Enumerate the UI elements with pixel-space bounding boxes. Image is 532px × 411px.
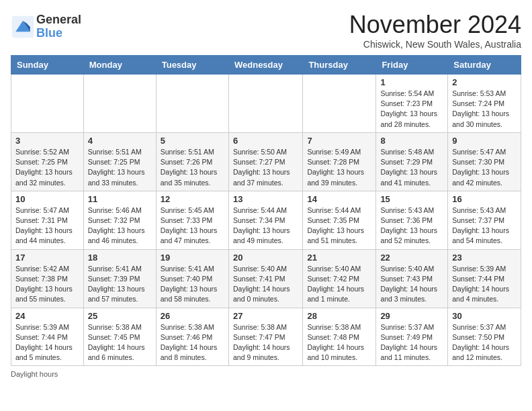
calendar-day-header: Friday [376,56,448,75]
day-number: 10 [15,194,79,204]
calendar-day-cell [83,75,156,133]
day-number: 3 [15,136,79,146]
calendar-day-cell: 5Sunrise: 5:51 AM Sunset: 7:26 PM Daylig… [156,132,228,191]
day-number: 7 [307,136,371,146]
location: Chiswick, New South Wales, Australia [349,39,521,50]
day-info: Sunrise: 5:37 AM Sunset: 7:49 PM Dayligh… [380,322,443,363]
calendar-day-cell: 30Sunrise: 5:37 AM Sunset: 7:50 PM Dayli… [448,308,521,366]
footer-note: Daylight hours [11,370,521,378]
day-number: 28 [307,311,371,321]
calendar-week-row: 1Sunrise: 5:54 AM Sunset: 7:23 PM Daylig… [11,75,521,133]
calendar-week-row: 3Sunrise: 5:52 AM Sunset: 7:25 PM Daylig… [11,132,521,191]
day-number: 29 [380,311,443,321]
day-info: Sunrise: 5:38 AM Sunset: 7:45 PM Dayligh… [88,322,152,363]
page-header: General Blue November 2024 Chiswick, New… [11,11,521,50]
day-number: 17 [15,253,79,263]
calendar-day-header: Tuesday [156,56,228,75]
day-number: 21 [307,253,371,263]
calendar-day-cell: 15Sunrise: 5:43 AM Sunset: 7:36 PM Dayli… [376,191,448,249]
month-title: November 2024 [349,11,521,39]
day-info: Sunrise: 5:51 AM Sunset: 7:25 PM Dayligh… [88,147,152,188]
logo-blue: Blue [36,27,81,40]
day-info: Sunrise: 5:47 AM Sunset: 7:30 PM Dayligh… [452,147,517,188]
calendar-day-cell: 13Sunrise: 5:44 AM Sunset: 7:34 PM Dayli… [228,191,302,249]
day-info: Sunrise: 5:44 AM Sunset: 7:35 PM Dayligh… [307,205,371,246]
day-number: 13 [233,194,298,204]
calendar-day-cell [11,75,84,133]
calendar-day-cell: 16Sunrise: 5:43 AM Sunset: 7:37 PM Dayli… [448,191,521,249]
day-number: 14 [307,194,371,204]
day-info: Sunrise: 5:43 AM Sunset: 7:36 PM Dayligh… [380,205,443,246]
day-number: 6 [233,136,298,146]
day-number: 5 [161,136,224,146]
day-number: 23 [452,253,517,263]
day-info: Sunrise: 5:48 AM Sunset: 7:29 PM Dayligh… [380,147,443,188]
day-info: Sunrise: 5:39 AM Sunset: 7:44 PM Dayligh… [15,322,79,363]
day-info: Sunrise: 5:52 AM Sunset: 7:25 PM Dayligh… [15,147,79,188]
day-info: Sunrise: 5:53 AM Sunset: 7:24 PM Dayligh… [452,89,517,130]
calendar-day-cell: 29Sunrise: 5:37 AM Sunset: 7:49 PM Dayli… [376,308,448,366]
day-number: 18 [88,253,152,263]
day-number: 22 [380,253,443,263]
calendar-day-cell: 20Sunrise: 5:40 AM Sunset: 7:41 PM Dayli… [228,249,302,308]
day-info: Sunrise: 5:44 AM Sunset: 7:34 PM Dayligh… [233,205,298,246]
calendar-day-cell [303,75,376,133]
day-number: 30 [452,311,517,321]
calendar-day-cell: 8Sunrise: 5:48 AM Sunset: 7:29 PM Daylig… [376,132,448,191]
calendar-day-cell [156,75,228,133]
calendar-week-row: 24Sunrise: 5:39 AM Sunset: 7:44 PM Dayli… [11,308,521,366]
calendar-week-row: 17Sunrise: 5:42 AM Sunset: 7:38 PM Dayli… [11,249,521,308]
day-info: Sunrise: 5:40 AM Sunset: 7:43 PM Dayligh… [380,264,443,305]
day-info: Sunrise: 5:50 AM Sunset: 7:27 PM Dayligh… [233,147,298,188]
calendar-day-cell: 21Sunrise: 5:40 AM Sunset: 7:42 PM Dayli… [303,249,376,308]
day-number: 8 [380,136,443,146]
calendar-day-header: Monday [83,56,156,75]
day-number: 27 [233,311,298,321]
day-info: Sunrise: 5:43 AM Sunset: 7:37 PM Dayligh… [452,205,517,246]
calendar-day-cell: 27Sunrise: 5:38 AM Sunset: 7:47 PM Dayli… [228,308,302,366]
day-info: Sunrise: 5:41 AM Sunset: 7:39 PM Dayligh… [88,264,152,305]
calendar-day-cell: 4Sunrise: 5:51 AM Sunset: 7:25 PM Daylig… [83,132,156,191]
calendar-day-cell: 23Sunrise: 5:39 AM Sunset: 7:44 PM Dayli… [448,249,521,308]
title-block: November 2024 Chiswick, New South Wales,… [349,11,521,50]
calendar-day-cell: 6Sunrise: 5:50 AM Sunset: 7:27 PM Daylig… [228,132,302,191]
logo-text: General Blue [36,13,81,40]
day-number: 16 [452,194,517,204]
calendar-day-header: Saturday [448,56,521,75]
day-info: Sunrise: 5:40 AM Sunset: 7:41 PM Dayligh… [233,264,298,305]
day-number: 4 [88,136,152,146]
day-number: 11 [88,194,152,204]
day-info: Sunrise: 5:45 AM Sunset: 7:33 PM Dayligh… [161,205,224,246]
day-info: Sunrise: 5:39 AM Sunset: 7:44 PM Dayligh… [452,264,517,305]
calendar-week-row: 10Sunrise: 5:47 AM Sunset: 7:31 PM Dayli… [11,191,521,249]
calendar-day-cell: 9Sunrise: 5:47 AM Sunset: 7:30 PM Daylig… [448,132,521,191]
calendar-day-cell: 10Sunrise: 5:47 AM Sunset: 7:31 PM Dayli… [11,191,84,249]
calendar-day-cell [228,75,302,133]
calendar-day-cell: 26Sunrise: 5:38 AM Sunset: 7:46 PM Dayli… [156,308,228,366]
calendar-header-row: SundayMondayTuesdayWednesdayThursdayFrid… [11,56,521,75]
day-number: 9 [452,136,517,146]
day-number: 15 [380,194,443,204]
day-number: 2 [452,77,517,87]
calendar-day-cell: 17Sunrise: 5:42 AM Sunset: 7:38 PM Dayli… [11,249,84,308]
calendar-day-cell: 25Sunrise: 5:38 AM Sunset: 7:45 PM Dayli… [83,308,156,366]
day-number: 1 [380,77,443,87]
logo: General Blue [11,13,81,40]
calendar-day-cell: 18Sunrise: 5:41 AM Sunset: 7:39 PM Dayli… [83,249,156,308]
calendar-day-cell: 19Sunrise: 5:41 AM Sunset: 7:40 PM Dayli… [156,249,228,308]
day-info: Sunrise: 5:51 AM Sunset: 7:26 PM Dayligh… [161,147,224,188]
day-number: 20 [233,253,298,263]
day-number: 26 [161,311,224,321]
calendar-day-cell: 12Sunrise: 5:45 AM Sunset: 7:33 PM Dayli… [156,191,228,249]
calendar-day-cell: 3Sunrise: 5:52 AM Sunset: 7:25 PM Daylig… [11,132,84,191]
day-info: Sunrise: 5:38 AM Sunset: 7:48 PM Dayligh… [307,322,371,363]
day-info: Sunrise: 5:47 AM Sunset: 7:31 PM Dayligh… [15,205,79,246]
day-info: Sunrise: 5:46 AM Sunset: 7:32 PM Dayligh… [88,205,152,246]
logo-general: General [36,13,81,27]
calendar-day-cell: 1Sunrise: 5:54 AM Sunset: 7:23 PM Daylig… [376,75,448,133]
calendar-day-cell: 24Sunrise: 5:39 AM Sunset: 7:44 PM Dayli… [11,308,84,366]
day-info: Sunrise: 5:49 AM Sunset: 7:28 PM Dayligh… [307,147,371,188]
day-info: Sunrise: 5:37 AM Sunset: 7:50 PM Dayligh… [452,322,517,363]
calendar-table: SundayMondayTuesdayWednesdayThursdayFrid… [11,55,521,366]
day-info: Sunrise: 5:54 AM Sunset: 7:23 PM Dayligh… [380,89,443,130]
